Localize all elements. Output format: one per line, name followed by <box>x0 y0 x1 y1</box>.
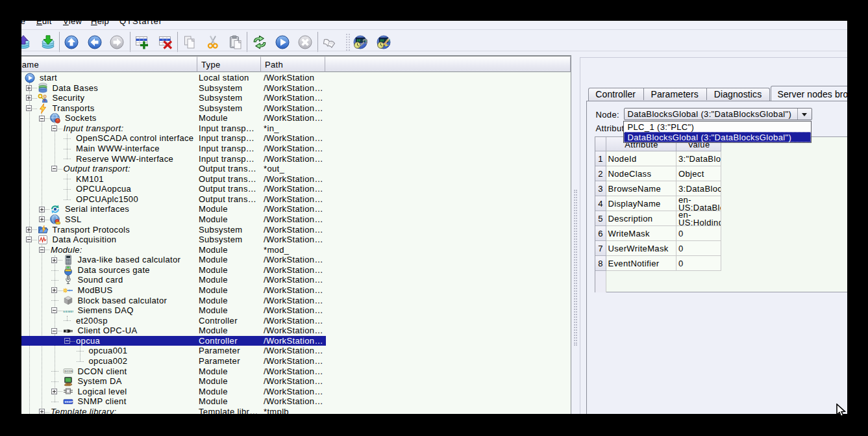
svg-text:SNMP: SNMP <box>64 400 73 404</box>
svg-text:SIEMENS: SIEMENS <box>63 309 73 313</box>
svg-text:DCON: DCON <box>64 370 73 373</box>
